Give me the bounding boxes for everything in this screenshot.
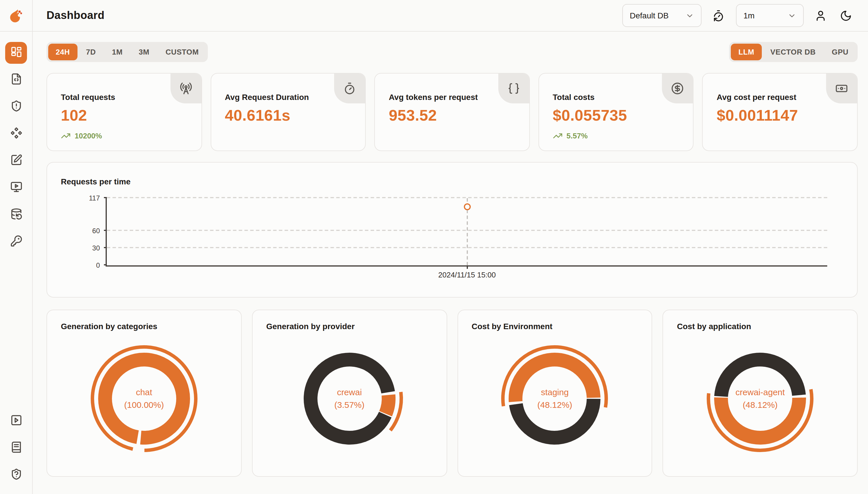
sidebar-item-playground[interactable] — [5, 177, 27, 199]
trending-up-icon — [61, 131, 71, 141]
square-play-icon — [10, 414, 22, 428]
stat-delta-value: 10200% — [75, 132, 102, 140]
flame-logo-icon[interactable] — [8, 8, 24, 23]
database-backup-icon — [10, 208, 22, 222]
y-axis-tick-30 — [104, 247, 107, 248]
shield-question-icon — [10, 468, 22, 482]
moon-icon[interactable] — [837, 7, 854, 24]
x-axis-label: 2024/11/15 15:00 — [438, 270, 496, 279]
y-axis-tick-117 — [104, 197, 107, 198]
stat-label: Avg Request Duration — [225, 93, 351, 102]
stat-card-total-costs: Total costs $0.055735 5.57% — [538, 73, 694, 151]
tab-1m[interactable]: 1M — [104, 44, 130, 60]
square-pen-icon — [10, 154, 22, 168]
stat-delta: 10200% — [61, 131, 188, 141]
header: Dashboard Default DB 1m — [33, 0, 868, 32]
sidebar-item-api-keys[interactable] — [5, 231, 27, 253]
data-point — [463, 203, 471, 210]
sidebar-item-exceptions[interactable] — [5, 96, 27, 118]
chevron-down-icon — [788, 11, 796, 20]
timer-icon — [334, 74, 365, 103]
donut-svg — [88, 342, 200, 455]
stat-value: 953.52 — [389, 107, 515, 125]
donut-card-generation-by-provider: Generation by provider crewai (3.57%) — [252, 310, 447, 477]
category-tab-bar: LLM VECTOR DB GPU — [729, 42, 858, 62]
database-select[interactable]: Default DB — [622, 4, 702, 27]
stat-label: Avg cost per request — [717, 93, 843, 102]
monitor-play-icon — [10, 180, 22, 195]
stat-value: $0.055735 — [553, 107, 679, 125]
donut-card-cost-by-environment: Cost by Environment staging (48.12%) — [457, 310, 652, 477]
donut-chart-categories: chat (100.00%) — [88, 342, 200, 455]
header-controls: Default DB 1m — [622, 4, 854, 27]
tab-vector-db[interactable]: VECTOR DB — [763, 44, 823, 60]
radio-tower-icon — [170, 74, 201, 103]
sidebar-item-support[interactable] — [5, 464, 27, 486]
stat-card-avg-tokens: Avg tokens per request 953.52 — [374, 73, 530, 151]
stat-label: Avg tokens per request — [389, 93, 515, 102]
tab-custom[interactable]: CUSTOM — [158, 44, 206, 60]
chevron-down-icon — [686, 11, 694, 20]
banknote-icon — [826, 74, 857, 103]
page-title: Dashboard — [46, 9, 104, 22]
donut-chart-environment: staging (48.12%) — [498, 342, 611, 455]
x-axis-tick — [467, 265, 468, 269]
stat-card-total-requests: Total requests 102 10200% — [46, 73, 202, 151]
sidebar-item-requests[interactable] — [5, 69, 27, 91]
y-axis-tick-0 — [104, 264, 107, 265]
y-axis-label-30: 30 — [92, 244, 100, 252]
tab-24h[interactable]: 24H — [48, 44, 78, 60]
sidebar-nav-top — [5, 42, 27, 253]
sidebar-item-data-history[interactable] — [5, 204, 27, 226]
tab-7d[interactable]: 7D — [79, 44, 103, 60]
sidebar — [0, 32, 33, 494]
braces-icon — [498, 74, 529, 103]
donut-chart-provider: crewai (3.57%) — [293, 342, 406, 455]
stat-label: Total requests — [61, 93, 188, 102]
app-window: Dashboard Default DB 1m — [0, 0, 868, 494]
requests-plot: 117603002024/11/15 15:00 — [106, 198, 827, 267]
timer-reset-icon[interactable] — [710, 7, 727, 24]
stat-card-avg-duration: Avg Request Duration 40.6161s — [211, 73, 366, 151]
sidebar-item-documentation[interactable] — [5, 437, 27, 459]
sidebar-nav-bottom — [5, 410, 27, 486]
time-range-tab-bar: 24H 7D 1M 3M CUSTOM — [46, 42, 208, 62]
tab-gpu[interactable]: GPU — [824, 44, 856, 60]
stat-value: $0.0011147 — [717, 107, 843, 125]
file-code-icon — [10, 73, 22, 87]
stat-delta-value: 5.57% — [567, 132, 588, 140]
layout-dashboard-icon — [10, 46, 22, 60]
y-axis-label-0: 0 — [96, 261, 100, 269]
sidebar-item-demo-video[interactable] — [5, 410, 27, 432]
circle-dollar-icon — [662, 74, 693, 103]
donut-svg — [704, 342, 816, 455]
stats-row: Total requests 102 10200% Avg Request Du… — [46, 73, 858, 151]
donut-card-cost-by-application: Cost by application crewai-agent (48.12%… — [663, 310, 858, 477]
sidebar-item-evaluations[interactable] — [5, 150, 27, 172]
y-axis-label-117: 117 — [89, 194, 100, 202]
donut-title: Generation by provider — [267, 322, 433, 331]
tab-3m[interactable]: 3M — [131, 44, 157, 60]
sidebar-item-dashboard[interactable] — [5, 42, 27, 64]
donut-card-generation-by-categories: Generation by categories chat (100.00%) — [46, 310, 242, 477]
donut-title: Cost by application — [677, 322, 844, 331]
stat-value: 40.6161s — [225, 107, 351, 125]
book-icon — [10, 441, 22, 455]
diamonds-icon — [10, 127, 22, 141]
trending-up-icon — [553, 131, 563, 141]
y-axis-label-60: 60 — [92, 227, 100, 235]
y-axis-tick-60 — [104, 230, 107, 231]
sidebar-item-prompts[interactable] — [5, 123, 27, 145]
user-icon[interactable] — [812, 7, 829, 24]
refresh-interval-select[interactable]: 1m — [736, 4, 804, 27]
stat-label: Total costs — [553, 93, 679, 102]
main-content: 24H 7D 1M 3M CUSTOM LLM VECTOR DB GPU To… — [33, 32, 868, 494]
requests-per-time-card: Requests per time 117603002024/11/15 15:… — [46, 162, 858, 298]
stat-card-avg-cost: Avg cost per request $0.0011147 — [703, 73, 858, 151]
tab-llm[interactable]: LLM — [731, 44, 762, 60]
donut-svg — [498, 342, 611, 455]
refresh-interval-value: 1m — [744, 11, 755, 20]
donut-title: Generation by categories — [61, 322, 227, 331]
logo-cell — [0, 0, 33, 32]
tabs-row: 24H 7D 1M 3M CUSTOM LLM VECTOR DB GPU — [46, 42, 858, 62]
